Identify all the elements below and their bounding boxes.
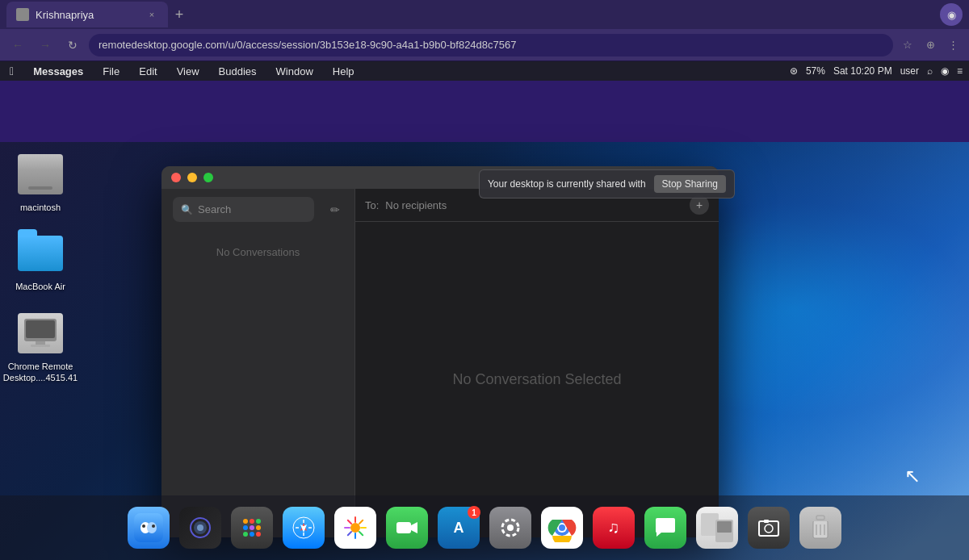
svg-rect-49 <box>759 521 778 536</box>
search-bar[interactable]: 🔍 Search <box>173 197 314 222</box>
back-button[interactable]: ← <box>6 34 29 56</box>
window-menu[interactable]: Window <box>273 65 317 77</box>
dock-finder[interactable] <box>125 504 172 551</box>
dock-app-store[interactable]: A 1 <box>435 504 482 551</box>
dock-settings[interactable] <box>487 504 534 551</box>
svg-rect-51 <box>764 520 769 523</box>
dock-chrome[interactable] <box>539 504 585 551</box>
svg-rect-32 <box>359 531 364 537</box>
dock-siri[interactable] <box>177 504 224 551</box>
to-label: To: <box>365 199 379 211</box>
desktop-icons: macintosh MacBook Air <box>8 150 73 383</box>
tab-krishnapriya[interactable]: Krishnapriya × <box>6 2 168 27</box>
forward-button[interactable]: → <box>34 34 57 56</box>
dock-music[interactable]: ♫ <box>590 504 637 551</box>
svg-point-17 <box>256 525 261 530</box>
tab-close-button[interactable]: × <box>145 8 158 21</box>
help-menu[interactable]: Help <box>329 65 358 77</box>
siri-icon <box>179 507 221 549</box>
tab-favicon <box>16 8 29 21</box>
screenshot-icon <box>748 507 790 549</box>
mac-menubar:  Messages File Edit View Buddies Window… <box>0 61 969 81</box>
macintosh-hdd-icon[interactable]: macintosh <box>8 150 73 213</box>
svg-rect-30 <box>359 519 364 524</box>
svg-rect-31 <box>360 527 367 529</box>
siri-icon[interactable]: ◉ <box>941 65 949 77</box>
apple-menu[interactable]:  <box>6 65 17 77</box>
dock-launchpad[interactable] <box>229 504 275 551</box>
svg-point-40 <box>507 524 514 531</box>
dock-trash[interactable] <box>797 504 844 551</box>
svg-rect-37 <box>396 522 411 533</box>
dock-messages[interactable] <box>642 504 689 551</box>
datetime-display: Sat 10:20 PM <box>833 65 892 77</box>
chrome-profile-icon[interactable]: ◉ <box>940 3 963 26</box>
dock-safari[interactable] <box>280 504 327 551</box>
svg-point-11 <box>197 524 203 531</box>
refresh-button[interactable]: ↻ <box>61 34 84 56</box>
messages-menu[interactable]: Messages <box>30 65 86 77</box>
svg-point-8 <box>152 524 155 528</box>
search-icon[interactable]: ⌕ <box>927 65 933 77</box>
facetime-icon <box>386 507 428 549</box>
battery-indicator: 57% <box>806 65 825 77</box>
svg-rect-48 <box>717 521 732 533</box>
notification-center-icon[interactable]: ≡ <box>957 65 963 77</box>
svg-text:♫: ♫ <box>608 518 620 536</box>
mac-content:  Messages File Edit View Buddies Window… <box>0 61 969 560</box>
macbook-air-icon[interactable]: MacBook Air <box>8 229 73 292</box>
tab-title: Krishnapriya <box>36 9 94 21</box>
dock-preview[interactable] <box>694 504 740 551</box>
macintosh-hdd-image <box>16 150 65 199</box>
chrome-browser: Krishnapriya × + ◉ ← → ↻ ☆ ⊕ ⋮ <box>0 0 969 61</box>
finder-icon <box>128 507 170 549</box>
svg-rect-34 <box>346 531 352 537</box>
svg-rect-29 <box>354 516 356 523</box>
stop-sharing-button[interactable]: Stop Sharing <box>654 175 726 193</box>
buddies-menu[interactable]: Buddies <box>216 65 260 77</box>
hdd-graphic <box>18 154 63 194</box>
edit-menu[interactable]: Edit <box>136 65 160 77</box>
chrome-remote-desktop-icon[interactable]: Chrome Remote Desktop....4515.41 <box>8 309 73 384</box>
dock: A 1 <box>0 495 969 560</box>
dock-screenshot[interactable] <box>745 504 792 551</box>
macintosh-label: macintosh <box>20 202 61 213</box>
safari-icon <box>283 507 325 549</box>
dock-facetime[interactable] <box>384 504 430 551</box>
svg-rect-36 <box>346 519 352 524</box>
photos-icon <box>334 507 376 549</box>
crd-graphic <box>18 313 63 353</box>
svg-point-18 <box>243 532 248 537</box>
chrome-cast-icon[interactable]: ⊕ <box>921 36 940 55</box>
new-tab-button[interactable]: + <box>168 3 191 26</box>
search-placeholder: Search <box>198 203 306 215</box>
svg-rect-2 <box>36 341 45 345</box>
settings-icon <box>489 507 531 549</box>
no-conversation-selected-area: No Conversation Selected <box>355 222 719 537</box>
svg-point-6 <box>147 522 157 533</box>
macbook-air-label: MacBook Air <box>15 281 65 292</box>
svg-rect-35 <box>344 527 350 529</box>
menubar-right: ⊛ 57% Sat 10:20 PM user ⌕ ◉ ≡ <box>790 65 963 77</box>
wifi-icon[interactable]: ⊛ <box>790 65 798 77</box>
app-store-badge: 1 <box>468 506 480 519</box>
window-minimize-button[interactable] <box>187 173 197 182</box>
file-menu[interactable]: File <box>99 65 123 77</box>
svg-point-50 <box>765 524 773 533</box>
svg-marker-38 <box>411 522 417 533</box>
window-maximize-button[interactable] <box>203 173 213 182</box>
to-input[interactable]: No recipients <box>385 199 683 211</box>
window-close-button[interactable] <box>171 173 181 182</box>
trash-icon <box>799 507 841 549</box>
svg-point-16 <box>250 525 254 530</box>
address-input[interactable] <box>89 34 893 56</box>
search-icon: 🔍 <box>181 204 193 215</box>
svg-point-44 <box>559 524 565 531</box>
message-area: To: No recipients + No Conversation Sele… <box>355 189 719 537</box>
svg-rect-33 <box>354 533 356 539</box>
bookmark-icon[interactable]: ☆ <box>898 36 917 55</box>
compose-button[interactable]: ✏ <box>324 199 346 221</box>
extensions-icon[interactable]: ⋮ <box>943 36 963 55</box>
view-menu[interactable]: View <box>174 65 203 77</box>
dock-photos[interactable] <box>332 504 379 551</box>
